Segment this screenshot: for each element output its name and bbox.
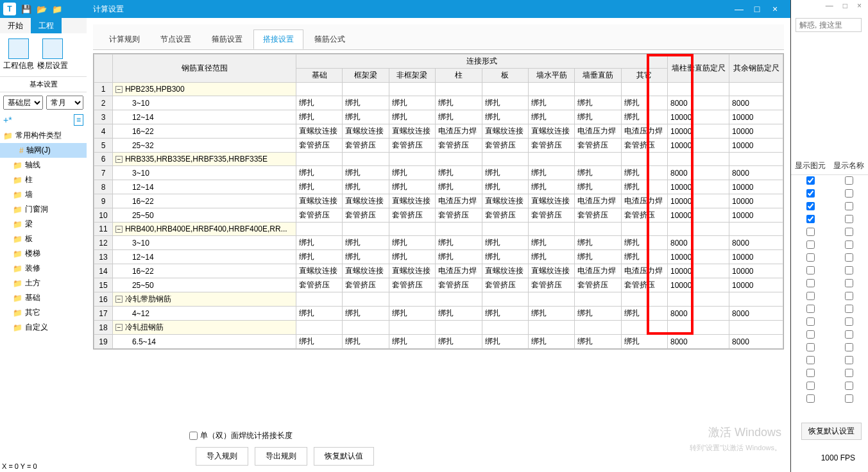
- show-name-check[interactable]: [845, 356, 853, 364]
- value-cell[interactable]: 绑扎: [343, 236, 389, 250]
- value-cell[interactable]: 绑扎: [436, 335, 482, 349]
- dialog-tab[interactable]: 节点设置: [151, 30, 201, 49]
- d1-cell[interactable]: 8000: [667, 166, 729, 180]
- d1-cell[interactable]: 8000: [667, 307, 729, 321]
- toolbar-item[interactable]: 工程信息: [3, 38, 34, 71]
- value-cell[interactable]: 套管挤压: [296, 139, 343, 153]
- collapse-icon[interactable]: −: [115, 226, 123, 233]
- range-cell[interactable]: 25~50: [112, 208, 296, 223]
- value-cell[interactable]: 套管挤压: [575, 139, 621, 153]
- collapse-icon[interactable]: −: [115, 86, 123, 93]
- value-cell[interactable]: 套管挤压: [528, 208, 574, 223]
- range-cell[interactable]: 12~14: [112, 110, 296, 124]
- range-cell[interactable]: 16~22: [112, 264, 296, 278]
- value-cell[interactable]: 绑扎: [343, 110, 389, 124]
- show-name-check[interactable]: [845, 330, 853, 339]
- d1-cell[interactable]: 8000: [667, 236, 729, 250]
- main-tab[interactable]: 开始: [0, 18, 31, 33]
- show-element-check[interactable]: [806, 369, 815, 377]
- value-cell[interactable]: 绑扎: [389, 96, 435, 110]
- value-cell[interactable]: 绑扎: [621, 96, 667, 110]
- dialog-tab[interactable]: 搭接设置: [253, 30, 303, 49]
- show-name-check[interactable]: [845, 292, 853, 300]
- value-cell[interactable]: 绑扎: [528, 180, 574, 194]
- value-cell[interactable]: 套管挤压: [389, 208, 435, 223]
- value-cell[interactable]: 绑扎: [575, 180, 621, 194]
- value-cell[interactable]: 绑扎: [436, 110, 482, 124]
- d2-cell[interactable]: 10000: [729, 278, 783, 292]
- d1-cell[interactable]: 10000: [667, 278, 729, 292]
- dialog-tab[interactable]: 计算规则: [99, 30, 149, 49]
- show-name-check[interactable]: [845, 202, 853, 210]
- value-cell[interactable]: 绑扎: [296, 96, 343, 110]
- main-tab[interactable]: 工程: [31, 18, 62, 33]
- tree-group[interactable]: 📁 常用构件类型: [0, 128, 87, 143]
- show-element-check[interactable]: [806, 189, 815, 198]
- show-element-check[interactable]: [806, 382, 815, 390]
- tree-item[interactable]: 📁装修: [0, 261, 87, 276]
- show-element-check[interactable]: [806, 394, 815, 403]
- range-cell[interactable]: 6.5~14: [112, 335, 296, 349]
- range-cell[interactable]: 12~14: [112, 250, 296, 264]
- value-cell[interactable]: 绑扎: [296, 250, 343, 264]
- d1-cell[interactable]: 10000: [667, 180, 729, 194]
- value-cell[interactable]: 直螺纹连接: [343, 124, 389, 139]
- show-element-check[interactable]: [806, 228, 815, 236]
- tree-item[interactable]: 📁轴线: [0, 158, 87, 173]
- list-icon[interactable]: ≡: [74, 114, 83, 126]
- dialog-button[interactable]: 导入规则: [196, 447, 248, 466]
- tree-item[interactable]: 📁柱: [0, 173, 87, 187]
- value-cell[interactable]: 套管挤压: [436, 139, 482, 153]
- value-cell[interactable]: 电渣压力焊: [436, 124, 482, 139]
- show-name-check[interactable]: [845, 176, 853, 185]
- tree-item[interactable]: 📁梁: [0, 217, 87, 232]
- range-cell[interactable]: 16~22: [112, 124, 296, 139]
- show-name-check[interactable]: [845, 343, 853, 351]
- value-cell[interactable]: 电渣压力焊: [575, 124, 621, 139]
- group-cell[interactable]: −冷轧扭钢筋: [112, 321, 296, 335]
- value-cell[interactable]: 套管挤压: [621, 278, 667, 292]
- tree-item[interactable]: 📁门窗洞: [0, 202, 87, 217]
- tree-item[interactable]: 📁楼梯: [0, 246, 87, 261]
- show-name-check[interactable]: [845, 228, 853, 236]
- value-cell[interactable]: 绑扎: [528, 236, 574, 250]
- d2-cell[interactable]: 8000: [729, 236, 783, 250]
- range-cell[interactable]: 25~32: [112, 139, 296, 153]
- show-name-check[interactable]: [845, 253, 853, 262]
- show-element-check[interactable]: [806, 176, 815, 185]
- value-cell[interactable]: 绑扎: [528, 110, 574, 124]
- dialog-tab[interactable]: 箍筋设置: [202, 30, 252, 49]
- dialog-min[interactable]: —: [730, 4, 748, 14]
- d2-cell[interactable]: 10000: [729, 110, 783, 124]
- value-cell[interactable]: 绑扎: [296, 110, 343, 124]
- value-cell[interactable]: 套管挤压: [482, 208, 528, 223]
- show-element-check[interactable]: [806, 356, 815, 364]
- show-name-check[interactable]: [845, 317, 853, 326]
- show-element-check[interactable]: [806, 330, 815, 339]
- value-cell[interactable]: 绑扎: [343, 180, 389, 194]
- value-cell[interactable]: 绑扎: [482, 236, 528, 250]
- value-cell[interactable]: 直螺纹连接: [343, 194, 389, 208]
- show-element-check[interactable]: [806, 317, 815, 326]
- show-name-check[interactable]: [845, 279, 853, 287]
- tree-item[interactable]: #轴网(J): [0, 143, 87, 158]
- group-cell[interactable]: −HRB400,HRB400E,HRBF400,HRBF400E,RR...: [112, 223, 296, 236]
- value-cell[interactable]: 绑扎: [389, 166, 435, 180]
- value-cell[interactable]: 绑扎: [389, 236, 435, 250]
- value-cell[interactable]: 绑扎: [296, 236, 343, 250]
- value-cell[interactable]: 电渣压力焊: [621, 194, 667, 208]
- value-cell[interactable]: 绑扎: [296, 180, 343, 194]
- value-cell[interactable]: 绑扎: [575, 250, 621, 264]
- weld-checkbox[interactable]: 单（双）面焊统计搭接长度: [189, 430, 293, 441]
- d1-cell[interactable]: 8000: [667, 96, 729, 110]
- show-element-check[interactable]: [806, 305, 815, 313]
- d2-cell[interactable]: 8000: [729, 96, 783, 110]
- floor-select[interactable]: 基础层: [3, 96, 43, 110]
- show-name-check[interactable]: [845, 305, 853, 313]
- value-cell[interactable]: 绑扎: [621, 250, 667, 264]
- value-cell[interactable]: 套管挤压: [528, 139, 574, 153]
- show-element-check[interactable]: [806, 240, 815, 249]
- d2-cell[interactable]: 10000: [729, 208, 783, 223]
- show-name-check[interactable]: [845, 266, 853, 274]
- d1-cell[interactable]: 10000: [667, 250, 729, 264]
